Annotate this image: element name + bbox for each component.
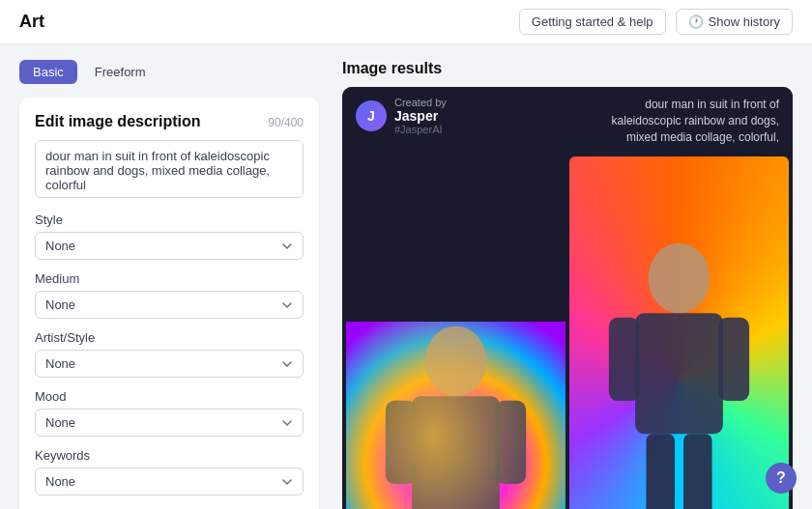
svg-rect-2	[386, 400, 417, 483]
help-button-label: Getting started & help	[532, 14, 653, 29]
man-figure-1	[346, 322, 566, 509]
section-title: Edit image description	[35, 113, 201, 130]
svg-rect-11	[683, 435, 712, 509]
artist-field-group: Artist/Style None	[35, 330, 304, 378]
history-button[interactable]: 🕐 Show history	[676, 9, 793, 35]
svg-rect-7	[635, 314, 723, 435]
svg-point-0	[425, 325, 487, 396]
app-logo: Art	[19, 12, 44, 32]
image-cell-2[interactable]: 😊	[569, 156, 789, 509]
svg-rect-9	[718, 318, 749, 401]
style-field-group: Style None	[35, 212, 304, 260]
help-button[interactable]: Getting started & help	[519, 9, 666, 35]
tab-freeform[interactable]: Freeform	[81, 60, 160, 84]
image-inner-1: 😊	[346, 322, 566, 509]
image-description-text: dour man in suit in front of kaleidoscop…	[586, 97, 779, 145]
medium-field-group: Medium None	[35, 271, 304, 319]
svg-rect-3	[495, 400, 526, 483]
results-title: Image results	[342, 60, 793, 77]
keywords-field-group: Keywords None	[35, 448, 304, 495]
left-panel: Basic Freeform Edit image description 90…	[19, 60, 319, 509]
tab-basic[interactable]: Basic	[19, 60, 77, 84]
image-result-card: J Created by Jasper #JasperAI dour man i…	[342, 87, 793, 509]
created-by-bar: J Created by Jasper #JasperAI dour man i…	[342, 87, 793, 153]
svg-rect-8	[609, 318, 640, 401]
medium-select[interactable]: None	[35, 291, 304, 319]
jasper-avatar: J	[356, 100, 387, 131]
keywords-label: Keywords	[35, 448, 304, 463]
man-figure-2	[569, 156, 789, 509]
mood-label: Mood	[35, 389, 304, 404]
mode-tabs: Basic Freeform	[19, 60, 319, 84]
created-by-left: J Created by Jasper #JasperAI	[356, 97, 447, 135]
jasper-handle: #JasperAI	[394, 124, 447, 135]
created-by-label: Created by	[394, 97, 447, 108]
prompt-textarea[interactable]: dour man in suit in front of kaleidoscop…	[35, 140, 304, 198]
style-label: Style	[35, 212, 304, 227]
mood-select[interactable]: None	[35, 409, 304, 437]
artist-select[interactable]: None	[35, 350, 304, 378]
jasper-name: Jasper	[394, 108, 447, 124]
image-inner-2: 😊	[569, 156, 789, 509]
svg-rect-10	[646, 435, 675, 509]
top-nav: Art Getting started & help 🕐 Show histor…	[0, 0, 812, 44]
mood-field-group: Mood None	[35, 389, 304, 437]
help-question-icon: ?	[776, 469, 786, 487]
section-header: Edit image description 90/400	[35, 113, 304, 130]
nav-actions: Getting started & help 🕐 Show history	[519, 9, 793, 35]
history-icon: 🕐	[688, 14, 704, 29]
medium-label: Medium	[35, 271, 304, 286]
artist-label: Artist/Style	[35, 330, 304, 345]
keywords-select[interactable]: None	[35, 467, 304, 495]
history-button-label: Show history	[709, 14, 780, 29]
main-content: Basic Freeform Edit image description 90…	[0, 44, 812, 509]
jasper-name-block: Created by Jasper #JasperAI	[394, 97, 447, 135]
image-grid: 😊 😊	[342, 153, 793, 509]
edit-section: Edit image description 90/400 dour man i…	[19, 98, 319, 509]
svg-rect-1	[412, 396, 500, 509]
help-float-button[interactable]: ?	[766, 463, 797, 494]
svg-point-6	[649, 243, 710, 314]
right-panel: Image results J Created by Jasper #Jaspe…	[342, 60, 793, 509]
style-select[interactable]: None	[35, 232, 304, 260]
image-cell-1[interactable]: 😊	[346, 156, 566, 509]
char-count: 90/400	[268, 116, 304, 129]
